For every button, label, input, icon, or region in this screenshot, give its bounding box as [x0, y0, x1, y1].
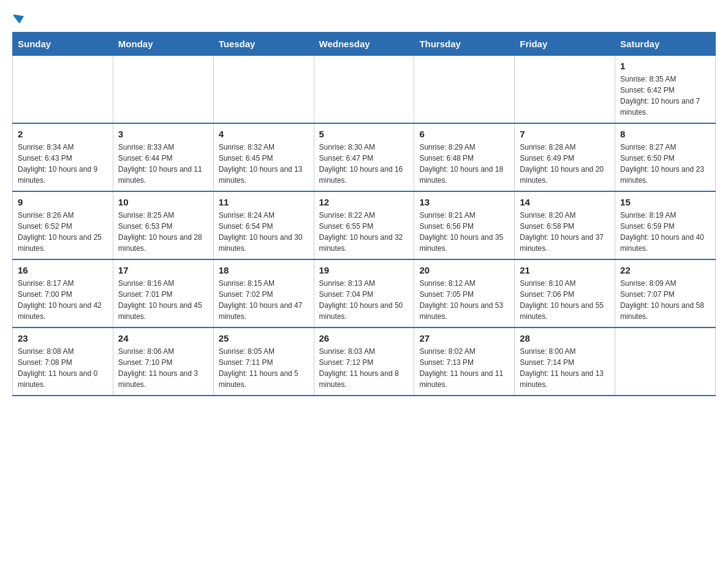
calendar-week-row: 16Sunrise: 8:17 AM Sunset: 7:00 PM Dayli…	[13, 259, 716, 327]
logo	[12, 12, 27, 26]
calendar-cell: 14Sunrise: 8:20 AM Sunset: 6:58 PM Dayli…	[515, 191, 615, 259]
calendar-cell: 4Sunrise: 8:32 AM Sunset: 6:45 PM Daylig…	[213, 123, 314, 191]
calendar-cell	[213, 56, 314, 124]
logo-arrow-icon	[13, 12, 27, 26]
calendar-cell: 11Sunrise: 8:24 AM Sunset: 6:54 PM Dayli…	[213, 191, 314, 259]
calendar-cell: 24Sunrise: 8:06 AM Sunset: 7:10 PM Dayli…	[113, 327, 213, 396]
calendar-cell: 26Sunrise: 8:03 AM Sunset: 7:12 PM Dayli…	[314, 327, 414, 396]
calendar-cell: 12Sunrise: 8:22 AM Sunset: 6:55 PM Dayli…	[314, 191, 414, 259]
day-number: 20	[419, 265, 509, 275]
day-number: 14	[520, 197, 610, 207]
day-number: 27	[419, 333, 509, 343]
day-number: 21	[520, 265, 610, 275]
calendar-cell: 18Sunrise: 8:15 AM Sunset: 7:02 PM Dayli…	[213, 259, 314, 327]
day-info: Sunrise: 8:27 AM Sunset: 6:50 PM Dayligh…	[620, 142, 710, 186]
day-number: 19	[319, 265, 409, 275]
calendar-cell: 6Sunrise: 8:29 AM Sunset: 6:48 PM Daylig…	[414, 123, 515, 191]
calendar-cell: 9Sunrise: 8:26 AM Sunset: 6:52 PM Daylig…	[13, 191, 113, 259]
calendar-cell	[113, 56, 213, 124]
day-number: 12	[319, 197, 409, 207]
day-number: 11	[219, 197, 309, 207]
calendar-cell	[615, 327, 716, 396]
column-header-tuesday: Tuesday	[213, 33, 314, 56]
day-number: 8	[620, 129, 710, 139]
day-number: 9	[18, 197, 108, 207]
day-number: 7	[520, 129, 610, 139]
column-header-monday: Monday	[113, 33, 213, 56]
day-info: Sunrise: 8:06 AM Sunset: 7:10 PM Dayligh…	[118, 346, 208, 390]
day-number: 15	[620, 197, 710, 207]
day-number: 1	[620, 61, 710, 71]
day-info: Sunrise: 8:19 AM Sunset: 6:59 PM Dayligh…	[620, 210, 710, 254]
column-header-saturday: Saturday	[615, 33, 716, 56]
calendar-cell: 20Sunrise: 8:12 AM Sunset: 7:05 PM Dayli…	[414, 259, 515, 327]
calendar-cell	[414, 56, 515, 124]
day-info: Sunrise: 8:09 AM Sunset: 7:07 PM Dayligh…	[620, 278, 710, 322]
day-number: 28	[520, 333, 610, 343]
day-info: Sunrise: 8:15 AM Sunset: 7:02 PM Dayligh…	[219, 278, 309, 322]
calendar-cell: 8Sunrise: 8:27 AM Sunset: 6:50 PM Daylig…	[615, 123, 716, 191]
day-info: Sunrise: 8:16 AM Sunset: 7:01 PM Dayligh…	[118, 278, 208, 322]
svg-marker-0	[13, 12, 26, 25]
day-info: Sunrise: 8:08 AM Sunset: 7:08 PM Dayligh…	[18, 346, 108, 390]
day-number: 22	[620, 265, 710, 275]
day-info: Sunrise: 8:02 AM Sunset: 7:13 PM Dayligh…	[419, 346, 509, 390]
calendar-cell: 17Sunrise: 8:16 AM Sunset: 7:01 PM Dayli…	[113, 259, 213, 327]
calendar-cell: 13Sunrise: 8:21 AM Sunset: 6:56 PM Dayli…	[414, 191, 515, 259]
day-info: Sunrise: 8:32 AM Sunset: 6:45 PM Dayligh…	[219, 142, 309, 186]
calendar-week-row: 9Sunrise: 8:26 AM Sunset: 6:52 PM Daylig…	[13, 191, 716, 259]
day-info: Sunrise: 8:26 AM Sunset: 6:52 PM Dayligh…	[18, 210, 108, 254]
day-info: Sunrise: 8:25 AM Sunset: 6:53 PM Dayligh…	[118, 210, 208, 254]
day-number: 3	[118, 129, 208, 139]
calendar-cell: 1Sunrise: 8:35 AM Sunset: 6:42 PM Daylig…	[615, 56, 716, 124]
day-info: Sunrise: 8:33 AM Sunset: 6:44 PM Dayligh…	[118, 142, 208, 186]
calendar-cell: 27Sunrise: 8:02 AM Sunset: 7:13 PM Dayli…	[414, 327, 515, 396]
calendar-cell: 5Sunrise: 8:30 AM Sunset: 6:47 PM Daylig…	[314, 123, 414, 191]
day-info: Sunrise: 8:34 AM Sunset: 6:43 PM Dayligh…	[18, 142, 108, 186]
page-header	[12, 12, 716, 26]
day-info: Sunrise: 8:22 AM Sunset: 6:55 PM Dayligh…	[319, 210, 409, 254]
column-header-friday: Friday	[515, 33, 615, 56]
day-info: Sunrise: 8:35 AM Sunset: 6:42 PM Dayligh…	[620, 74, 710, 118]
day-number: 26	[319, 333, 409, 343]
day-info: Sunrise: 8:03 AM Sunset: 7:12 PM Dayligh…	[319, 346, 409, 390]
day-info: Sunrise: 8:21 AM Sunset: 6:56 PM Dayligh…	[419, 210, 509, 254]
calendar-cell: 16Sunrise: 8:17 AM Sunset: 7:00 PM Dayli…	[13, 259, 113, 327]
calendar-cell: 28Sunrise: 8:00 AM Sunset: 7:14 PM Dayli…	[515, 327, 615, 396]
calendar-cell	[515, 56, 615, 124]
column-header-wednesday: Wednesday	[314, 33, 414, 56]
day-number: 23	[18, 333, 108, 343]
day-info: Sunrise: 8:24 AM Sunset: 6:54 PM Dayligh…	[219, 210, 309, 254]
day-info: Sunrise: 8:30 AM Sunset: 6:47 PM Dayligh…	[319, 142, 409, 186]
calendar-cell	[13, 56, 113, 124]
calendar-cell: 2Sunrise: 8:34 AM Sunset: 6:43 PM Daylig…	[13, 123, 113, 191]
calendar-table: SundayMondayTuesdayWednesdayThursdayFrid…	[12, 32, 716, 396]
day-number: 2	[18, 129, 108, 139]
day-info: Sunrise: 8:29 AM Sunset: 6:48 PM Dayligh…	[419, 142, 509, 186]
day-number: 18	[219, 265, 309, 275]
calendar-header-row: SundayMondayTuesdayWednesdayThursdayFrid…	[13, 33, 716, 56]
day-info: Sunrise: 8:17 AM Sunset: 7:00 PM Dayligh…	[18, 278, 108, 322]
calendar-cell: 25Sunrise: 8:05 AM Sunset: 7:11 PM Dayli…	[213, 327, 314, 396]
column-header-sunday: Sunday	[13, 33, 113, 56]
calendar-cell: 19Sunrise: 8:13 AM Sunset: 7:04 PM Dayli…	[314, 259, 414, 327]
day-info: Sunrise: 8:00 AM Sunset: 7:14 PM Dayligh…	[520, 346, 610, 390]
day-number: 16	[18, 265, 108, 275]
day-number: 25	[219, 333, 309, 343]
calendar-cell: 10Sunrise: 8:25 AM Sunset: 6:53 PM Dayli…	[113, 191, 213, 259]
day-info: Sunrise: 8:12 AM Sunset: 7:05 PM Dayligh…	[419, 278, 509, 322]
calendar-cell: 23Sunrise: 8:08 AM Sunset: 7:08 PM Dayli…	[13, 327, 113, 396]
day-info: Sunrise: 8:05 AM Sunset: 7:11 PM Dayligh…	[219, 346, 309, 390]
day-info: Sunrise: 8:28 AM Sunset: 6:49 PM Dayligh…	[520, 142, 610, 186]
day-number: 10	[118, 197, 208, 207]
calendar-cell: 15Sunrise: 8:19 AM Sunset: 6:59 PM Dayli…	[615, 191, 716, 259]
day-number: 13	[419, 197, 509, 207]
calendar-cell: 22Sunrise: 8:09 AM Sunset: 7:07 PM Dayli…	[615, 259, 716, 327]
day-info: Sunrise: 8:13 AM Sunset: 7:04 PM Dayligh…	[319, 278, 409, 322]
calendar-week-row: 1Sunrise: 8:35 AM Sunset: 6:42 PM Daylig…	[13, 56, 716, 124]
calendar-cell	[314, 56, 414, 124]
calendar-cell: 3Sunrise: 8:33 AM Sunset: 6:44 PM Daylig…	[113, 123, 213, 191]
day-number: 4	[219, 129, 309, 139]
column-header-thursday: Thursday	[414, 33, 515, 56]
calendar-cell: 7Sunrise: 8:28 AM Sunset: 6:49 PM Daylig…	[515, 123, 615, 191]
